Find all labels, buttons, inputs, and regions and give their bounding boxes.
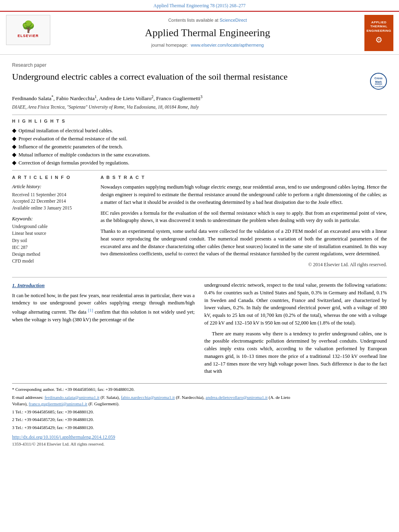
email-2-person: (F. Nardecchia),	[176, 395, 206, 400]
email-4[interactable]: franco.gugliermetti@uniroma1.it	[29, 401, 87, 406]
body-section: 1. Introduction It can be noticed how, i…	[12, 277, 387, 378]
ate-logo-icon: ⚙	[375, 35, 383, 45]
intro-left-col: 1. Introduction It can be noticed how, i…	[12, 281, 195, 378]
footnote-tel-3: 3 Tel.: +39 0644585429; fax: +39 0648801…	[12, 424, 387, 431]
elsevier-tree-icon: 🌳	[21, 21, 35, 33]
article-info-title: A R T I C L E I N F O	[12, 175, 93, 181]
highlight-text-1: Optimal installation of electrical burie…	[19, 127, 113, 134]
contents-available-line: Contents lists available at ScienceDirec…	[56, 17, 359, 24]
author-2: Fabio Nardecchia1	[56, 95, 97, 101]
email-label: E-mail addresses:	[12, 395, 43, 400]
highlight-bullet-4: ◆	[12, 152, 16, 158]
article-info-abstract-section: A R T I C L E I N F O Article history: R…	[12, 175, 387, 271]
article-info-column: A R T I C L E I N F O Article history: R…	[12, 175, 93, 271]
highlight-bullet-1: ◆	[12, 128, 16, 134]
homepage-line: journal homepage: www.elsevier.com/locat…	[56, 42, 359, 49]
ate-logo-box: APPLIEDTHERMALENGINEERING ⚙	[364, 15, 393, 51]
author-2-sup: 1	[95, 94, 97, 99]
doi-line: http://dx.doi.org/10.1016/j.applthermale…	[12, 434, 387, 441]
abstract-title: A B S T R A C T	[101, 175, 387, 181]
journal-reference: Applied Thermal Engineering 78 (2015) 26…	[154, 3, 246, 8]
abstract-para-3: Thanks to an experimental system, some u…	[101, 228, 387, 258]
section-title: Introduction	[17, 282, 45, 288]
highlight-text-4: Mutual influence of multiple conductors …	[19, 151, 150, 158]
keyword-1: Underground cable	[12, 223, 93, 230]
divider-1	[12, 115, 387, 115]
contents-text: Contents lists available at	[168, 18, 220, 23]
svg-text:CrossMark: CrossMark	[373, 85, 384, 88]
page-wrapper: Applied Thermal Engineering 78 (2015) 26…	[0, 0, 399, 532]
journal-reference-bar: Applied Thermal Engineering 78 (2015) 26…	[0, 0, 399, 11]
ate-logo-area: APPLIEDTHERMALENGINEERING ⚙	[363, 15, 395, 51]
sciencedirect-link[interactable]: ScienceDirect	[220, 18, 247, 23]
available-online: Available online 3 January 2015	[12, 205, 93, 212]
article-history-label: Article history:	[12, 183, 93, 190]
keyword-2: Linear heat source	[12, 230, 93, 237]
author-1-sup: *	[51, 94, 53, 99]
footnote-tel-1: 1 Tel.: +39 0644585685; fax: +39 0648801…	[12, 409, 387, 415]
crossmark-badge: Cross Mark CrossMark	[370, 73, 387, 90]
highlights-list: ◆ Optimal installation of electrical bur…	[12, 127, 387, 167]
elsevier-logo-area: 🌳 ELSEVIER	[4, 15, 52, 51]
section-number: 1.	[12, 282, 17, 288]
paper-title: Underground electric cables a correct ev…	[12, 71, 366, 83]
highlight-bullet-3: ◆	[12, 144, 16, 150]
intro-right-para-2: There are many reasons why there is a te…	[204, 330, 387, 376]
intro-right-col: underground electric network, respect to…	[204, 281, 387, 378]
email-2[interactable]: fabio.nardecchia@	[121, 395, 154, 400]
highlight-item-1: ◆ Optimal installation of electrical bur…	[12, 127, 387, 135]
homepage-text: journal homepage:	[151, 43, 189, 47]
author-4: Franco Gugliermetti3	[156, 95, 202, 101]
footnote-email: E-mail addresses: ferdinando.salata@unir…	[12, 394, 387, 407]
abstract-para-1: Nowadays companies supplying medium/high…	[101, 183, 387, 206]
author-3: Andrea de Lieto Vollaro2	[99, 95, 153, 101]
ate-logo-title: APPLIEDTHERMALENGINEERING	[366, 21, 391, 33]
section-1-heading: 1. Introduction	[12, 281, 195, 290]
email-1[interactable]: ferdinando.salata@uniroma1.it	[45, 395, 100, 400]
divider-2	[12, 170, 387, 170]
keywords-block: Keywords: Underground cable Linear heat …	[12, 216, 93, 265]
keyword-3: Dry soil	[12, 237, 93, 244]
highlights-section: H I G H L I G H T S ◆ Optimal installati…	[12, 118, 387, 167]
accepted-date: Accepted 22 December 2014	[12, 198, 93, 205]
email-3-person-cont: Vollaro),	[12, 401, 29, 406]
highlight-item-2: ◆ Proper evaluation of the thermal resis…	[12, 135, 387, 143]
elsevier-label: ELSEVIER	[18, 33, 39, 39]
intro-right-para-1: underground electric network, respect to…	[204, 281, 387, 327]
received-date: Received 11 September 2014	[12, 191, 93, 198]
keyword-6: CFD model	[12, 258, 93, 265]
highlight-text-2: Proper evaluation of the thermal resista…	[19, 135, 127, 142]
authors-line: Ferdinando Salata*, Fabio Nardecchia1, A…	[12, 94, 387, 102]
main-content: Research paper Underground electric cabl…	[0, 55, 399, 452]
abstract-text: Nowadays companies supplying medium/high…	[101, 183, 387, 268]
highlight-item-4: ◆ Mutual influence of multiple conductor…	[12, 151, 387, 159]
highlight-bullet-5: ◆	[12, 160, 16, 166]
keywords-label: Keywords:	[12, 216, 93, 222]
email-3-person: (A. de Lieto	[269, 395, 290, 400]
highlight-bullet-2: ◆	[12, 136, 16, 142]
abstract-column: A B S T R A C T Nowadays companies suppl…	[101, 175, 387, 271]
footnote-corresponding: * Corresponding author. Tel.: +39 064458…	[12, 386, 387, 393]
highlight-item-5: ◆ Correction of design formulas provided…	[12, 159, 387, 167]
homepage-link[interactable]: www.elsevier.com/locate/apthermeng	[191, 43, 264, 47]
author-4-sup: 3	[200, 94, 202, 99]
crossmark-icon: Cross Mark CrossMark	[370, 73, 387, 90]
highlights-title: H I G H L I G H T S	[12, 118, 387, 125]
email-4-person: (F. Gugliermetti).	[88, 401, 119, 406]
elsevier-logo-box: 🌳 ELSEVIER	[6, 15, 50, 45]
keyword-5: Design method	[12, 251, 93, 258]
copyright-line: © 2014 Elsevier Ltd. All rights reserved…	[101, 261, 387, 268]
highlight-item-3: ◆ Influence of the geometric parameters …	[12, 143, 387, 151]
journal-title: Applied Thermal Engineering	[56, 25, 359, 41]
corresponding-note: * Corresponding author. Tel.: +39 064458…	[12, 387, 134, 392]
intro-left-para-1: It can be noticed how, in the past few y…	[12, 292, 195, 324]
paper-title-row: Underground electric cables a correct ev…	[12, 71, 387, 90]
email-3[interactable]: andrea.delietovollaro@uniroma1.it	[206, 395, 267, 400]
article-type-label: Research paper	[12, 62, 387, 69]
footnote-tel-2: 2 Tel.: +39 0644585720; fax: +39 0648801…	[12, 416, 387, 423]
issn-line: 1359-4311/© 2014 Elsevier Ltd. All right…	[12, 441, 387, 448]
email-2b[interactable]: uniroma1.it	[154, 395, 175, 400]
ref-1: [1]	[88, 308, 93, 312]
journal-center-info: Contents lists available at ScienceDirec…	[56, 15, 359, 51]
doi-link[interactable]: http://dx.doi.org/10.1016/j.applthermale…	[12, 435, 115, 440]
